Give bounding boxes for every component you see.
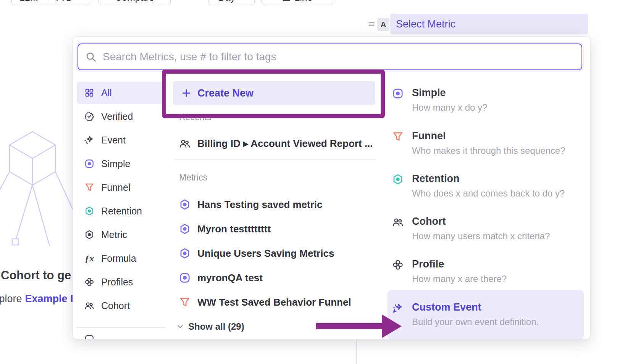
metric-hexagon-icon — [179, 223, 191, 235]
range-ytd-button[interactable]: YTD — [46, 0, 90, 5]
sidebar-label: Metric — [101, 229, 127, 240]
sidebar-item-profiles[interactable]: Profiles — [77, 271, 165, 293]
chart-type-button[interactable]: Line — [262, 0, 333, 5]
annotation-box — [162, 69, 385, 118]
saved-metric-label: Unique Users Saving Metrics — [197, 248, 334, 259]
chevron-down-icon — [238, 0, 244, 2]
sidebar-item-simple[interactable]: Simple — [77, 153, 165, 175]
select-metric-label: Select Metric — [396, 18, 455, 30]
chevron-down-icon — [176, 322, 184, 331]
sidebar-item-cohort[interactable]: Cohort — [77, 295, 165, 317]
sidebar-item-retention[interactable]: Retention — [77, 200, 165, 222]
series-badge: A — [377, 18, 389, 31]
saved-metric-item[interactable]: Unique Users Saving Metrics — [179, 245, 334, 262]
example-board-link[interactable]: Example B — [25, 293, 78, 304]
type-item-simple[interactable]: Simple How many x do y? — [392, 87, 578, 113]
clipped-sidebar-icon — [84, 334, 94, 340]
type-description: How many users match x criteria? — [412, 231, 550, 242]
compare-label: Compare — [115, 0, 154, 3]
panel-divider — [356, 339, 357, 364]
profiles-flower-icon — [84, 277, 94, 287]
type-description: Who makes it through this sequence? — [412, 145, 565, 156]
sidebar-label: All — [101, 87, 112, 98]
range-12m-label: 12M — [19, 0, 38, 3]
profiles-flower-icon — [392, 259, 404, 271]
sidebar-label: Simple — [101, 158, 130, 169]
saved-metric-label: WW Test Saved Behavior Funnel — [197, 296, 351, 308]
granularity-button[interactable]: Day — [208, 0, 255, 5]
select-metric-field[interactable]: Select Metric — [390, 14, 588, 34]
type-item-cohort[interactable]: Cohort How many users match x criteria? — [392, 216, 578, 242]
show-all-button[interactable]: Show all (29) — [176, 320, 244, 333]
type-description: How many x are there? — [412, 274, 507, 284]
search-icon — [85, 51, 97, 63]
simple-metric-icon — [179, 272, 191, 283]
event-spark-icon — [84, 135, 94, 145]
sidebar-label: Retention — [101, 206, 142, 217]
line-chart-icon — [282, 0, 291, 2]
app-canvas: Cohort to ge xploreExample B 12M YTD Com… — [0, 0, 617, 364]
show-all-label: Show all (29) — [188, 321, 244, 332]
sidebar-item-event[interactable]: Event — [77, 129, 165, 151]
background-subline: xploreExample B — [0, 293, 78, 305]
formula-icon: ƒx — [84, 253, 94, 263]
drag-handle-icon[interactable] — [367, 19, 376, 29]
granularity-label: Day — [218, 0, 235, 3]
search-bar — [78, 43, 582, 70]
type-description: Build your own event definition. — [412, 317, 539, 327]
cohort-people-icon — [392, 216, 404, 228]
type-item-custom-event[interactable]: Custom Event Build your own event defini… — [392, 301, 578, 327]
sidebar-label: Formula — [101, 253, 136, 264]
sidebar-item-verified[interactable]: Verified — [77, 105, 165, 127]
type-name: Retention — [412, 173, 565, 185]
background-headline: Cohort to ge — [1, 269, 71, 282]
saved-metric-item[interactable]: Myron testttttttt — [179, 221, 271, 237]
type-name: Simple — [412, 87, 487, 99]
wireframe-illustration — [0, 126, 76, 252]
type-name: Custom Event — [412, 301, 539, 313]
type-description: How many x do y? — [412, 102, 487, 113]
metrics-header: Metrics — [179, 172, 207, 183]
sidebar-item-formula[interactable]: ƒx Formula — [77, 247, 165, 269]
type-item-profile[interactable]: Profile How many x are there? — [392, 258, 578, 284]
chevron-down-icon — [76, 0, 82, 2]
type-item-retention[interactable]: Retention Who does x and comes back to d… — [392, 173, 578, 199]
date-range-group: 12M YTD — [11, 0, 90, 5]
cohort-people-icon — [84, 301, 94, 311]
subline-text: xplore — [0, 293, 22, 304]
sidebar-item-funnel[interactable]: Funnel — [77, 176, 165, 198]
range-ytd-label: YTD — [54, 0, 73, 3]
recent-item[interactable]: Billing ID ▸ Account Viewed Report ... — [179, 135, 373, 152]
cohort-people-icon — [179, 138, 191, 149]
retention-icon — [392, 174, 404, 185]
divider — [77, 327, 165, 328]
type-name: Cohort — [412, 216, 550, 227]
saved-metric-item[interactable]: myronQA test — [179, 269, 263, 286]
recent-item-label: Billing ID ▸ Account Viewed Report ... — [197, 138, 373, 150]
saved-metric-item[interactable]: Hans Testing saved metric — [179, 196, 323, 213]
divider — [174, 159, 375, 160]
simple-metric-icon — [84, 159, 94, 169]
type-description: Who does x and comes back to do y? — [412, 188, 565, 199]
search-input[interactable] — [103, 51, 575, 63]
saved-metric-label: myronQA test — [197, 272, 263, 284]
sidebar-label: Funnel — [101, 182, 130, 193]
saved-metric-label: Hans Testing saved metric — [197, 199, 323, 211]
simple-metric-icon — [392, 88, 404, 99]
type-name: Funnel — [412, 130, 565, 142]
sidebar-item-all[interactable]: All — [77, 82, 165, 104]
range-12m-button[interactable]: 12M — [12, 0, 46, 5]
funnel-icon — [179, 296, 191, 308]
funnel-icon — [392, 131, 404, 142]
sidebar-label: Cohort — [101, 300, 130, 311]
metric-hexagon-icon — [179, 248, 191, 259]
compare-button[interactable]: Compare — [99, 0, 171, 5]
type-item-funnel[interactable]: Funnel Who makes it through this sequenc… — [392, 130, 578, 156]
metric-hexagon-icon — [179, 199, 191, 210]
type-name: Profile — [412, 258, 507, 270]
verified-badge-icon — [84, 111, 94, 121]
metric-hexagon-icon — [84, 230, 94, 240]
sidebar-item-metric[interactable]: Metric — [77, 224, 165, 246]
saved-metric-item[interactable]: WW Test Saved Behavior Funnel — [179, 294, 351, 311]
sidebar-label: Profiles — [101, 277, 133, 288]
